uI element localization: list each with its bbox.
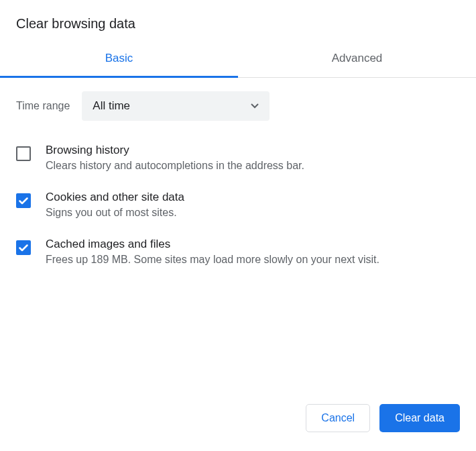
options-list: Browsing history Clears history and auto… [0, 128, 476, 275]
option-desc: Frees up 189 MB. Some sites may load mor… [46, 254, 379, 266]
option-title: Cookies and other site data [46, 191, 184, 204]
time-range-value: All time [93, 99, 130, 113]
time-range-label: Time range [16, 100, 70, 112]
dialog-title: Clear browsing data [0, 0, 476, 42]
tab-advanced[interactable]: Advanced [238, 42, 476, 77]
option-title: Cached images and files [46, 238, 379, 251]
dialog-footer: Cancel Clear data [306, 404, 460, 432]
tab-strip: Basic Advanced [0, 42, 476, 78]
cancel-button[interactable]: Cancel [306, 404, 370, 432]
checkbox-cookies[interactable] [16, 193, 31, 208]
option-cached-files: Cached images and files Frees up 189 MB.… [16, 228, 460, 275]
time-range-select[interactable]: All time [82, 91, 270, 121]
option-cookies: Cookies and other site data Signs you ou… [16, 181, 460, 228]
option-text: Cookies and other site data Signs you ou… [46, 191, 184, 219]
checkbox-cached-files[interactable] [16, 240, 31, 255]
time-range-row: Time range All time [0, 78, 476, 128]
clear-data-button[interactable]: Clear data [379, 404, 460, 432]
option-text: Browsing history Clears history and auto… [46, 144, 304, 172]
option-desc: Clears history and autocompletions in th… [46, 160, 304, 172]
option-text: Cached images and files Frees up 189 MB.… [46, 238, 379, 266]
tab-basic[interactable]: Basic [0, 42, 238, 77]
option-desc: Signs you out of most sites. [46, 207, 184, 219]
checkbox-browsing-history[interactable] [16, 146, 31, 161]
chevron-down-icon [251, 103, 259, 109]
option-title: Browsing history [46, 144, 304, 157]
option-browsing-history: Browsing history Clears history and auto… [16, 134, 460, 181]
